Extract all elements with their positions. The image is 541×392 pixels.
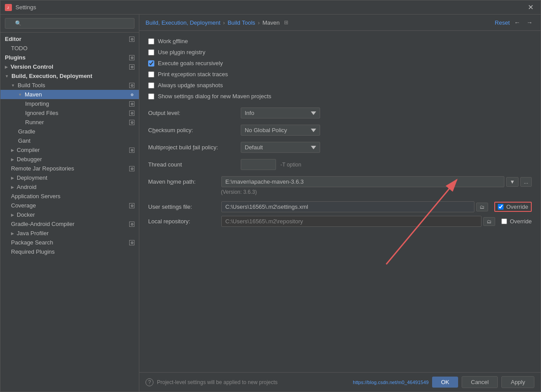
gear-icon[interactable]: ⚙ — [129, 37, 134, 42]
sidebar-item-deployment[interactable]: ▶ Deployment — [0, 173, 139, 182]
user-settings-override-checkbox[interactable] — [498, 204, 504, 210]
gear-icon-bt[interactable]: ⚙ — [129, 83, 134, 88]
maven-label: Maven — [25, 91, 42, 98]
sidebar-item-docker[interactable]: ▶ Docker — [0, 210, 139, 219]
work-offline-checkbox[interactable] — [148, 38, 154, 44]
apply-button[interactable]: Apply — [501, 376, 534, 388]
execute-goals-row: Execute goals recursively — [148, 60, 532, 67]
user-settings-file-input[interactable] — [221, 201, 474, 212]
help-button[interactable]: ? — [146, 378, 153, 386]
dialog-body: Editor ⚙ TODO Plugins ⚙ ▶ Version Contro… — [0, 15, 541, 392]
arrow-icon-compiler: ▶ — [11, 148, 14, 152]
maven-home-path-input[interactable] — [221, 176, 504, 187]
sidebar-item-maven[interactable]: ▼ Maven ⚙ — [0, 90, 139, 99]
sidebar-item-importing[interactable]: Importing ⚙ — [0, 99, 139, 108]
cancel-button[interactable]: Cancel — [462, 376, 498, 388]
sidebar-item-compiler[interactable]: ▶ Compiler ⚙ — [0, 145, 139, 155]
breadcrumb-part1[interactable]: Build, Execution, Deployment — [146, 19, 220, 26]
breadcrumb-sep2: › — [258, 19, 260, 26]
thread-count-input[interactable] — [241, 159, 276, 170]
sidebar-item-debugger[interactable]: ▶ Debugger — [0, 155, 139, 164]
gear-icon-maven[interactable]: ⚙ — [129, 92, 134, 97]
reset-button[interactable]: Reset — [495, 19, 510, 26]
local-repository-label: Local repository: — [148, 218, 219, 225]
use-plugin-registry-row: Use plugin registry — [148, 49, 532, 55]
breadcrumb-part2[interactable]: Build Tools — [228, 19, 255, 26]
title-bar-left: J Settings — [5, 4, 36, 11]
sidebar-item-remote-jar[interactable]: Remote Jar Repositories ⚙ — [0, 164, 139, 173]
local-repository-row: Local repository: 🗂 Override — [148, 216, 532, 227]
output-level-dropdown[interactable]: Info Debug Warning Error — [241, 107, 320, 118]
arrow-icon-android: ▶ — [11, 185, 14, 189]
print-stack-label: Print exception stack traces — [158, 71, 228, 78]
execute-goals-label: Execute goals recursively — [158, 60, 223, 67]
gear-icon-runner[interactable]: ⚙ — [129, 120, 134, 125]
search-input[interactable] — [5, 18, 134, 29]
arrow-icon-debugger: ▶ — [11, 157, 14, 162]
maven-home-path-dropdown-btn[interactable]: ▼ — [506, 177, 519, 187]
always-update-checkbox[interactable] — [148, 82, 154, 89]
sidebar-item-version-control[interactable]: ▶ Version Control ⚙ — [0, 62, 139, 71]
sidebar-item-ignored-files[interactable]: Ignored Files ⚙ — [0, 108, 139, 118]
maven-home-path-wrap: ▼ ... — [221, 176, 532, 187]
sidebar-item-coverage[interactable]: Coverage ⚙ — [0, 201, 139, 210]
sidebar-item-android[interactable]: ▶ Android — [0, 182, 139, 192]
sidebar-item-build-execution[interactable]: ▼ Build, Execution, Deployment — [0, 71, 139, 81]
gear-icon-vc[interactable]: ⚙ — [129, 64, 134, 70]
breadcrumb-actions: Reset ← → — [495, 18, 534, 27]
sidebar-item-todo[interactable]: TODO — [0, 44, 139, 53]
remote-jar-label: Remote Jar Repositories — [11, 165, 74, 172]
multiproject-build-dropdown[interactable]: Default Fail Fast Fail Never Fail At End — [241, 142, 320, 153]
sidebar-item-gradle-android[interactable]: Gradle-Android Compiler ⚙ — [0, 219, 139, 229]
sidebar-tree: Editor ⚙ TODO Plugins ⚙ ▶ Version Contro… — [0, 33, 139, 392]
nav-forward-button[interactable]: → — [525, 18, 534, 27]
arrow-icon-bed: ▼ — [5, 74, 9, 78]
sidebar-item-editor[interactable]: Editor ⚙ — [0, 34, 139, 44]
gear-icon-coverage[interactable]: ⚙ — [129, 203, 134, 208]
close-button[interactable]: ✕ — [525, 2, 536, 12]
arrow-icon-deployment: ▶ — [11, 176, 14, 180]
maven-home-path-browse-btn[interactable]: ... — [520, 177, 532, 187]
multiproject-build-label: Multiproject build fail policy: — [148, 144, 236, 151]
user-settings-file-browse-icon[interactable]: 🗂 — [476, 203, 488, 211]
gear-icon-ignored[interactable]: ⚙ — [129, 111, 134, 116]
checksum-policy-dropdown[interactable]: No Global Policy Strict Lax — [241, 125, 320, 136]
multiproject-build-row: Multiproject build fail policy: Default … — [148, 142, 532, 153]
gear-icon-remotejar[interactable]: ⚙ — [129, 166, 134, 171]
gradle-label: Gradle — [18, 128, 35, 135]
sidebar-item-app-servers[interactable]: Application Servers — [0, 192, 139, 201]
package-search-label: Package Search — [11, 239, 53, 246]
sidebar-item-gant[interactable]: Gant — [0, 136, 139, 145]
local-repo-browse-icon[interactable]: 🗂 — [483, 217, 495, 226]
settings-area: Work offline Use plugin registry Execute… — [139, 31, 541, 372]
gear-icon-gradle-android[interactable]: ⚙ — [129, 222, 134, 227]
plugins-label: Plugins — [5, 54, 26, 61]
gear-icon-plugins[interactable]: ⚙ — [129, 55, 134, 60]
use-plugin-registry-checkbox[interactable] — [148, 49, 154, 55]
maven-home-path-label: Maven home path: — [148, 178, 219, 185]
sidebar-item-runner[interactable]: Runner ⚙ — [0, 118, 139, 127]
sidebar-item-java-profiler[interactable]: ▶ Java Profiler — [0, 229, 139, 238]
show-settings-dialog-checkbox[interactable] — [148, 93, 154, 100]
execute-goals-checkbox[interactable] — [148, 60, 154, 67]
local-repository-input[interactable] — [221, 216, 481, 227]
gear-icon-pkg-search[interactable]: ⚙ — [129, 240, 134, 245]
settings-dialog: J Settings ✕ Editor ⚙ TODO — [0, 0, 541, 392]
breadcrumb: Build, Execution, Deployment › Build Too… — [146, 19, 288, 26]
sidebar-item-package-search[interactable]: Package Search ⚙ — [0, 238, 139, 247]
checksum-policy-label: Checksum policy: — [148, 127, 236, 133]
breadcrumb-edit-icon[interactable]: ⊞ — [284, 19, 288, 26]
local-repo-override-checkbox[interactable] — [501, 218, 507, 224]
arrow-icon-bt: ▼ — [11, 83, 15, 88]
gear-icon-compiler[interactable]: ⚙ — [129, 148, 134, 153]
ok-button[interactable]: OK — [432, 377, 458, 388]
nav-back-button[interactable]: ← — [512, 18, 522, 27]
gear-icon-importing[interactable]: ⚙ — [129, 101, 134, 107]
sidebar-item-gradle[interactable]: Gradle — [0, 127, 139, 136]
sidebar-item-plugins[interactable]: Plugins ⚙ — [0, 53, 139, 62]
sidebar: Editor ⚙ TODO Plugins ⚙ ▶ Version Contro… — [0, 15, 139, 392]
sidebar-item-required-plugins[interactable]: Required Plugins — [0, 247, 139, 256]
docker-label: Docker — [17, 211, 35, 218]
print-stack-checkbox[interactable] — [148, 71, 154, 78]
sidebar-item-build-tools[interactable]: ▼ Build Tools ⚙ — [0, 81, 139, 90]
